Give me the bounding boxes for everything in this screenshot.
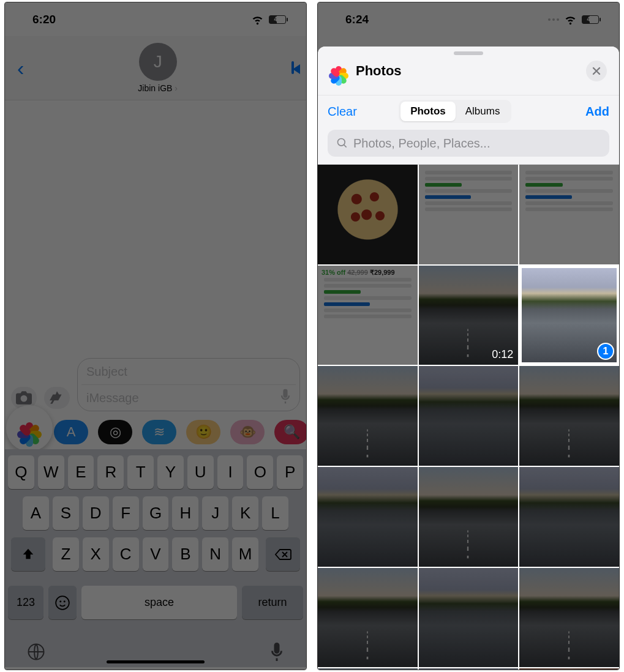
audio-app-icon[interactable]: ≋	[142, 420, 176, 444]
key-q[interactable]: Q	[8, 455, 34, 489]
key-z[interactable]: Z	[53, 537, 79, 571]
conversation-navbar: ‹ J Jibin iGB	[5, 36, 306, 100]
thumb-offers-1[interactable]	[419, 165, 519, 264]
appstore-app-icon[interactable]: A	[54, 420, 88, 444]
thumb-highway-video[interactable]: 0:12	[419, 266, 519, 365]
imessage-search-icon[interactable]: 🔍	[274, 420, 307, 444]
key-e[interactable]: E	[68, 455, 94, 489]
key-d[interactable]: D	[83, 496, 109, 530]
return-key[interactable]: return	[242, 586, 303, 619]
thumb-highway-selected[interactable]: 1	[519, 266, 619, 365]
photos-picker-sheet: Photos Clear Photos Albums Add Photos, P…	[318, 47, 619, 670]
status-time: 6:20	[32, 13, 56, 26]
key-y[interactable]: Y	[157, 455, 184, 489]
animoji-app-icon[interactable]: 🐵	[230, 420, 265, 444]
key-f[interactable]: F	[113, 496, 139, 530]
thumb-price-card[interactable]: 31% off 42,999 ₹29,999	[318, 266, 418, 365]
search-field[interactable]: Photos, People, Places...	[328, 130, 609, 157]
imessage-apps-row[interactable]: A◎≋🙂🐵🔍♪	[5, 416, 306, 449]
svg-point-4	[338, 139, 345, 146]
space-key[interactable]: space	[81, 586, 237, 619]
photo-grid[interactable]: 31% off 42,999 ₹29,9990:121	[318, 165, 619, 670]
thumb-highway-3[interactable]	[318, 366, 418, 466]
svg-point-2	[64, 600, 66, 602]
backspace-key[interactable]	[266, 537, 300, 571]
contact-name: Jibin iGB	[138, 83, 178, 93]
emoji-key[interactable]	[48, 586, 77, 619]
key-u[interactable]: U	[187, 455, 214, 489]
subject-field[interactable]: Subject	[78, 359, 299, 384]
wifi-icon	[564, 13, 577, 26]
key-c[interactable]: C	[113, 537, 139, 571]
camera-icon	[16, 391, 32, 405]
battery-icon: 46	[582, 15, 601, 24]
dictation-key[interactable]	[269, 643, 284, 663]
compose-fields: Subject iMessage	[77, 358, 300, 411]
message-field[interactable]: iMessage	[78, 385, 299, 411]
key-b[interactable]: B	[172, 537, 198, 571]
compose-bar: Subject iMessage	[5, 354, 306, 416]
globe-key[interactable]	[27, 643, 45, 663]
keyboard[interactable]: QWERTYUIOP ASDFGHJKL ZXCVBNM 123 space r…	[5, 449, 306, 632]
messages-scroll-area[interactable]	[5, 100, 306, 354]
key-i[interactable]: I	[217, 455, 244, 489]
sheet-header: Photos	[318, 47, 619, 95]
key-o[interactable]: O	[247, 455, 273, 489]
thumb-highway-11[interactable]	[519, 568, 619, 668]
key-r[interactable]: R	[97, 455, 124, 489]
close-button[interactable]	[586, 61, 607, 81]
dictation-icon[interactable]	[280, 389, 291, 407]
facetime-video-button[interactable]	[291, 62, 294, 73]
thumb-highway-4[interactable]	[419, 366, 519, 466]
photos-app-highlight[interactable]	[6, 405, 53, 452]
key-v[interactable]: V	[143, 537, 169, 571]
thumb-highway-6[interactable]	[318, 467, 418, 567]
back-button[interactable]: ‹	[17, 56, 24, 80]
thumb-highway-5[interactable]	[519, 366, 619, 466]
thumb-partial-1[interactable]	[419, 668, 519, 670]
close-icon	[592, 66, 601, 76]
left-screenshot: 6:20 47 ‹ J Jibin iGB Subject	[4, 2, 307, 670]
key-p[interactable]: P	[277, 455, 303, 489]
key-k[interactable]: K	[232, 496, 258, 530]
key-h[interactable]: H	[172, 496, 198, 530]
thumb-highway-7[interactable]	[419, 467, 519, 567]
video-duration-badge: 0:12	[492, 348, 513, 361]
thumb-pizza[interactable]	[318, 165, 418, 264]
tabs-segmented-control[interactable]: Photos Albums	[399, 100, 511, 123]
key-s[interactable]: S	[53, 496, 79, 530]
key-j[interactable]: J	[202, 496, 228, 530]
contact-header[interactable]: J Jibin iGB	[24, 43, 291, 93]
status-time: 6:24	[345, 13, 369, 26]
fitness-app-icon[interactable]: ◎	[98, 420, 132, 444]
key-n[interactable]: N	[202, 537, 228, 571]
thumb-offers-2[interactable]	[519, 165, 619, 264]
thumb-partial-0[interactable]	[318, 668, 418, 670]
key-m[interactable]: M	[232, 537, 258, 571]
shift-key[interactable]	[11, 537, 45, 571]
key-a[interactable]: A	[23, 496, 49, 530]
home-indicator[interactable]	[107, 660, 205, 663]
sheet-title: Photos	[356, 63, 402, 79]
tab-photos[interactable]: Photos	[400, 102, 456, 121]
tab-albums[interactable]: Albums	[456, 102, 510, 121]
thumb-highway-8[interactable]	[519, 467, 619, 567]
sheet-controls: Clear Photos Albums Add Photos, People, …	[318, 95, 619, 165]
key-l[interactable]: L	[262, 496, 288, 530]
thumb-highway-10[interactable]	[419, 568, 519, 668]
sheet-grabber[interactable]	[454, 51, 483, 55]
numbers-key[interactable]: 123	[8, 586, 43, 619]
key-g[interactable]: G	[143, 496, 169, 530]
apps-button[interactable]	[44, 387, 70, 409]
thumb-partial-2[interactable]	[519, 668, 619, 670]
thumb-highway-9[interactable]	[318, 568, 418, 668]
clear-button[interactable]: Clear	[328, 105, 357, 119]
recording-indicator-icon	[548, 18, 559, 21]
battery-icon: 47	[269, 15, 288, 24]
add-button[interactable]: Add	[585, 105, 609, 119]
key-w[interactable]: W	[38, 455, 64, 489]
key-t[interactable]: T	[127, 455, 154, 489]
memoji-app-icon[interactable]: 🙂	[186, 420, 220, 444]
wifi-icon	[251, 13, 264, 26]
key-x[interactable]: X	[83, 537, 109, 571]
